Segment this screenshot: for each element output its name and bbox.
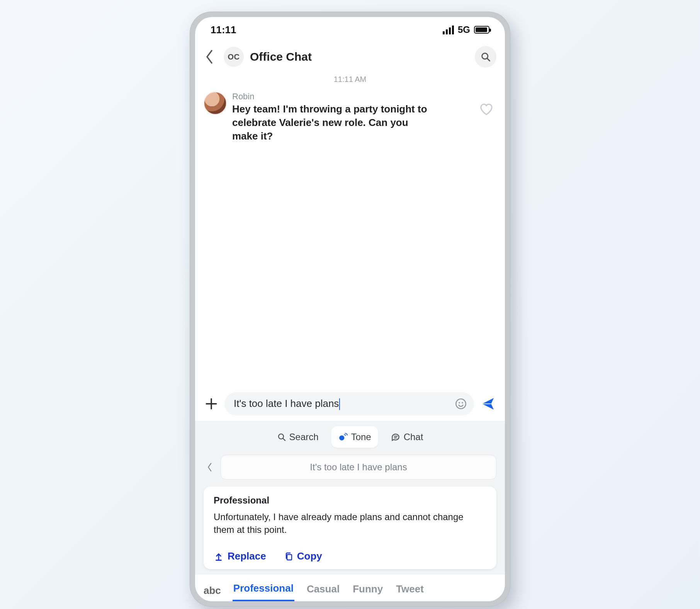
- message-row: Robin Hey team! I'm throwing a party ton…: [195, 89, 505, 143]
- search-icon: [277, 432, 286, 442]
- copy-label: Copy: [297, 550, 322, 562]
- svg-point-9: [339, 435, 344, 440]
- svg-rect-13: [287, 555, 292, 560]
- battery-icon: [474, 26, 489, 34]
- back-button[interactable]: [199, 46, 220, 67]
- sender-avatar[interactable]: [204, 92, 227, 115]
- chat-avatar[interactable]: OC: [224, 47, 244, 67]
- phone-frame: 11:11 5G OC Office Chat: [190, 12, 510, 607]
- suggestion-title: Professional: [214, 495, 486, 506]
- tone-tab-funny[interactable]: Funny: [352, 581, 384, 600]
- keyboard-toggle[interactable]: abc: [204, 585, 221, 597]
- sender-name: Robin: [232, 92, 473, 102]
- replace-button[interactable]: Replace: [214, 550, 266, 562]
- suggestion-body: Unfortunately, I have already made plans…: [214, 510, 486, 536]
- svg-line-1: [487, 58, 489, 61]
- tool-tone[interactable]: Tone: [331, 426, 378, 448]
- message-input-text: It's too late I have plans: [234, 398, 451, 410]
- replace-icon: [214, 551, 224, 561]
- message-input[interactable]: It's too late I have plans: [224, 392, 474, 415]
- emoji-icon: [455, 398, 467, 410]
- copy-button[interactable]: Copy: [284, 550, 322, 562]
- chat-icon: [391, 432, 401, 442]
- chevron-left-icon: [204, 49, 214, 65]
- tool-label: Search: [289, 432, 319, 442]
- chat-header: OC Office Chat: [195, 43, 505, 71]
- send-button[interactable]: [479, 395, 496, 412]
- chevron-left-icon: [206, 462, 213, 473]
- send-icon: [480, 396, 496, 412]
- copy-icon: [284, 551, 293, 561]
- svg-point-6: [462, 402, 463, 403]
- tone-input-echo: It's too late I have plans: [195, 455, 505, 487]
- tone-icon: [338, 432, 348, 442]
- compose-bar: It's too late I have plans: [195, 387, 505, 421]
- tone-back-button[interactable]: [204, 462, 215, 473]
- tool-label: Chat: [404, 432, 423, 442]
- tone-suggestion-card: Professional Unfortunately, I have alrea…: [204, 487, 496, 569]
- emoji-button[interactable]: [455, 398, 467, 410]
- tone-tabs: abc Professional Casual Funny Tweet: [195, 575, 505, 601]
- heart-icon: [479, 102, 494, 117]
- status-time: 11:11: [211, 24, 236, 36]
- network-label: 5G: [458, 24, 470, 35]
- svg-point-5: [459, 402, 460, 403]
- plus-icon: [205, 397, 218, 410]
- tone-tab-casual[interactable]: Casual: [306, 581, 340, 600]
- screen: 11:11 5G OC Office Chat: [195, 17, 505, 601]
- tone-tab-professional[interactable]: Professional: [233, 580, 294, 601]
- thread-timestamp: 11:11 AM: [195, 71, 505, 89]
- assist-toolbar: Search Tone Chat: [195, 421, 505, 455]
- replace-label: Replace: [228, 550, 266, 562]
- tool-chat[interactable]: Chat: [384, 426, 430, 448]
- tone-tab-tweet[interactable]: Tweet: [395, 581, 425, 600]
- tone-source-text[interactable]: It's too late I have plans: [221, 455, 496, 480]
- svg-line-8: [283, 438, 285, 441]
- message-text: Hey team! I'm throwing a party tonight t…: [232, 102, 433, 143]
- chat-title[interactable]: Office Chat: [250, 50, 312, 63]
- tool-label: Tone: [351, 432, 371, 442]
- status-bar: 11:11 5G: [195, 17, 505, 43]
- react-button[interactable]: [479, 102, 496, 119]
- attach-button[interactable]: [204, 396, 219, 412]
- signal-icon: [443, 26, 454, 34]
- tool-search[interactable]: Search: [270, 426, 326, 448]
- svg-point-4: [456, 399, 466, 408]
- search-button[interactable]: [475, 46, 496, 68]
- search-icon: [480, 51, 491, 62]
